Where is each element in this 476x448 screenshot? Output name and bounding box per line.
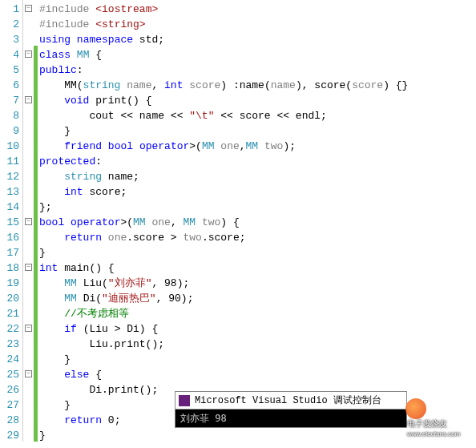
line-number: 15: [6, 215, 19, 230]
line-number: 2: [6, 17, 19, 32]
line-number: 14: [6, 200, 19, 215]
fold-toggle-icon[interactable]: −: [25, 325, 32, 332]
fold-toggle-icon[interactable]: −: [25, 50, 32, 58]
line-number: 29: [6, 428, 19, 443]
code-line[interactable]: };: [38, 200, 476, 215]
line-number: 1: [6, 2, 19, 17]
line-number: 27: [6, 398, 19, 413]
code-line[interactable]: }: [38, 245, 476, 260]
line-number: 21: [6, 306, 19, 321]
code-line[interactable]: }: [38, 352, 476, 367]
line-number: 18: [6, 260, 19, 276]
code-line[interactable]: return one.score > two.score;: [38, 230, 476, 245]
console-output: 刘亦菲 98: [175, 410, 406, 427]
line-number: 9: [6, 123, 19, 139]
code-line[interactable]: protected:: [38, 154, 476, 169]
code-line[interactable]: Liu.print();: [38, 337, 476, 352]
line-number: 8: [6, 108, 19, 123]
code-line[interactable]: #include <iostream>: [38, 2, 476, 17]
code-line[interactable]: MM Liu("刘亦菲", 98);: [38, 276, 476, 291]
code-line[interactable]: public:: [38, 63, 476, 78]
line-number: 23: [6, 337, 19, 352]
code-line[interactable]: if (Liu > Di) {: [38, 321, 476, 337]
code-line[interactable]: }: [38, 123, 476, 139]
line-number: 20: [6, 291, 19, 306]
code-editor[interactable]: 1 2 3 4 5 6 7 8 9 10 11 12 13 14 15 16 1…: [0, 0, 476, 448]
line-number: 16: [6, 230, 19, 245]
line-number-gutter: 1 2 3 4 5 6 7 8 9 10 11 12 13 14 15 16 1…: [0, 0, 22, 448]
code-line[interactable]: using namespace std;: [38, 32, 476, 47]
line-number: 22: [6, 321, 19, 337]
debug-console-window[interactable]: Microsoft Visual Studio 调试控制台 刘亦菲 98: [175, 391, 407, 428]
fold-toggle-icon[interactable]: −: [25, 264, 32, 271]
line-number: 28: [6, 413, 19, 428]
watermark-text: 电子发烧友 www.elecfans.com: [407, 419, 460, 439]
code-line[interactable]: string name;: [38, 169, 476, 184]
code-line[interactable]: int score;: [38, 184, 476, 200]
console-title-text: Microsoft Visual Studio 调试控制台: [195, 394, 381, 407]
code-line[interactable]: cout << name << "\t" << score << endl;: [38, 108, 476, 123]
line-number: 4: [6, 47, 19, 63]
line-number: 25: [6, 367, 19, 382]
code-line[interactable]: int main() {: [38, 260, 476, 276]
code-line[interactable]: else {: [38, 367, 476, 382]
line-number: 17: [6, 245, 19, 260]
visual-studio-icon: [179, 395, 190, 406]
code-line[interactable]: MM(string name, int score) :name(name), …: [38, 78, 476, 93]
code-line[interactable]: MM Di("迪丽热巴", 90);: [38, 291, 476, 306]
elecfans-logo-icon: [405, 398, 426, 419]
line-number: 3: [6, 32, 19, 47]
line-number: 7: [6, 93, 19, 108]
line-number: 10: [6, 139, 19, 154]
line-number: 19: [6, 276, 19, 291]
code-line[interactable]: void print() {: [38, 93, 476, 108]
fold-toggle-icon[interactable]: −: [25, 5, 32, 12]
fold-column: − − − − − − −: [22, 0, 34, 448]
fold-toggle-icon[interactable]: −: [25, 218, 32, 225]
code-area[interactable]: #include <iostream> #include <string> us…: [38, 0, 476, 448]
code-line[interactable]: bool operator>(MM one, MM two) {: [38, 215, 476, 230]
line-number: 11: [6, 154, 19, 169]
console-titlebar[interactable]: Microsoft Visual Studio 调试控制台: [175, 392, 406, 410]
line-number: 26: [6, 382, 19, 398]
code-line[interactable]: class MM {: [38, 47, 476, 63]
line-number: 24: [6, 352, 19, 367]
code-line[interactable]: #include <string>: [38, 17, 476, 32]
line-number: 12: [6, 169, 19, 184]
fold-toggle-icon[interactable]: −: [25, 96, 32, 103]
line-number: 6: [6, 78, 19, 93]
fold-toggle-icon[interactable]: −: [25, 370, 32, 377]
code-line[interactable]: //不考虑相等: [38, 306, 476, 321]
line-number: 13: [6, 184, 19, 200]
watermark: 电子发烧友 www.elecfans.com: [405, 398, 474, 427]
line-number: 5: [6, 63, 19, 78]
code-line[interactable]: friend bool operator>(MM one,MM two);: [38, 139, 476, 154]
